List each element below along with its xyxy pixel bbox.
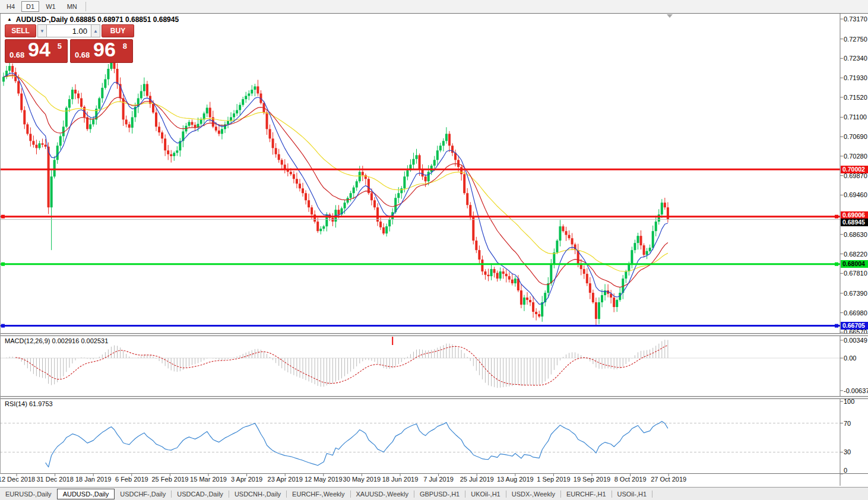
chart-shift-marker[interactable] [667, 14, 673, 18]
level-handle[interactable] [835, 324, 838, 328]
volume-input[interactable] [47, 24, 91, 37]
date-axis-label: 12 May 2019 [305, 476, 343, 483]
buy-price-box[interactable]: 0.68 96 8 [70, 39, 133, 63]
date-axis-label: 7 Jul 2019 [423, 476, 454, 483]
tab-divider [652, 490, 652, 498]
price-axis-tick: 0.68220 [844, 251, 867, 258]
date-axis-label: 12 Dec 2018 [0, 476, 35, 483]
price-axis-tick: 0.71930 [844, 74, 867, 81]
date-axis-label: 23 Apr 2019 [268, 476, 303, 483]
date-axis-label: 31 Dec 2018 [36, 476, 73, 483]
price-axis-tick: 0.72750 [844, 36, 867, 43]
level-handle[interactable] [1, 324, 5, 328]
price-axis-tick: 0.72340 [844, 55, 867, 62]
date-axis-label: 15 Mar 2019 [190, 476, 227, 483]
price-axis-tick: 0.68630 [844, 231, 867, 238]
one-click-trade-panel: SELL ▼ ▲ BUY 0.68 94 5 0.68 96 8 [5, 24, 135, 63]
macd-label: MACD(12,26,9) 0.002916 0.002531 [5, 337, 108, 344]
tab-usdchf-daily[interactable]: USDCHF-,Daily [115, 489, 171, 499]
price-axis-tick: 0.70690 [844, 133, 867, 140]
macd-axis-tick: 0.00349 [844, 337, 867, 344]
price-axis-tick: 0.71520 [844, 94, 867, 101]
symbol-period-label: AUDUSD-,Daily [16, 15, 68, 24]
macd-pane [0, 337, 840, 388]
date-axis-label: 25 Feb 2019 [152, 476, 189, 483]
timeframe-button-d1[interactable]: D1 [21, 1, 39, 12]
toolbar-separator [85, 2, 86, 11]
level-lines [0, 169, 840, 327]
level-handle[interactable] [1, 262, 5, 266]
pane-divider-macd-rsi[interactable] [0, 396, 868, 399]
price-level-badge-0.68945[interactable]: 0.68945 [841, 219, 868, 226]
tab-usdcad-daily[interactable]: USDCAD-,Daily [172, 489, 229, 499]
price-axis-tick: 0.70280 [844, 153, 867, 160]
buy-button[interactable]: BUY [102, 24, 134, 37]
price-axis-tick: 0.67390 [844, 290, 867, 297]
quote-open: 0.68885 [70, 15, 96, 24]
axis-ticks [17, 14, 843, 486]
price-axis-tick: 0.71100 [844, 113, 867, 121]
chart-title: ▲ AUDUSD-,Daily 0.68885 0.68971 0.68851 … [7, 15, 179, 24]
date-axis-label: 30 May 2019 [343, 476, 381, 483]
objects-arrow-icon: ▲ [7, 17, 12, 22]
timeframe-button-w1[interactable]: W1 [41, 1, 61, 12]
tab-eurusd-daily[interactable]: EURUSD-,Daily [0, 489, 57, 499]
volume-stepper: ▼ ▲ [37, 24, 100, 37]
time-axis-line [0, 473, 868, 474]
terminal-window: H4 D1 W1 MN ▲ AUDUSD-,Daily 0.68885 0.68… [0, 0, 868, 500]
tab-usdx-weekly[interactable]: USDX-,Weekly [506, 489, 560, 499]
rsi-axis-tick: 30 [844, 448, 851, 455]
chart-left-border [0, 14, 1, 474]
level-handle[interactable] [835, 215, 838, 219]
sell-price-prefix: 0.68 [9, 50, 24, 59]
tab-gbpusd-h1[interactable]: GBPUSD-,H1 [414, 489, 465, 499]
quote-high: 0.68971 [97, 15, 123, 24]
date-axis-label: 13 Aug 2019 [497, 476, 534, 483]
chart-canvas[interactable] [0, 0, 868, 500]
ma-fast [4, 73, 668, 304]
timeframe-toolbar: H4 D1 W1 MN [0, 0, 868, 14]
rsi-line [46, 421, 668, 467]
macd-histogram [4, 340, 668, 388]
quote-close: 0.68945 [153, 15, 179, 24]
level-handle[interactable] [1, 215, 5, 219]
macd-axis-tick: 0.00 [844, 355, 856, 362]
tab-audusd-daily[interactable]: AUDUSD-,Daily [57, 489, 115, 499]
rsi-axis-tick: 70 [844, 420, 851, 427]
volume-decrease-button[interactable]: ▼ [37, 24, 47, 37]
sell-price-pip: 5 [58, 42, 62, 50]
ma-medium [4, 75, 668, 287]
date-axis-label: 27 Oct 2019 [651, 476, 686, 483]
macd-axis-tick: -0.00637 [844, 387, 868, 394]
sell-button[interactable]: SELL [5, 24, 36, 37]
timeframe-button-mn[interactable]: MN [62, 1, 82, 12]
quote-low: 0.68851 [125, 15, 151, 24]
buy-price-big: 96 [93, 38, 116, 61]
tab-eurchf-weekly[interactable]: EURCHF-,Weekly [287, 489, 350, 499]
level-handle[interactable] [835, 262, 838, 266]
date-axis-label: 25 Jul 2019 [460, 476, 494, 483]
date-axis-label: 18 Jan 2019 [75, 476, 112, 483]
price-level-badge-0.66705[interactable]: 0.66705 [841, 322, 868, 330]
tab-xauusd-weekly[interactable]: XAUUSD-,Weekly [351, 489, 414, 499]
chart-tab-bar: EURUSD-,DailyAUDUSD-,DailyUSDCHF-,DailyU… [0, 487, 868, 500]
tab-usoil-h1[interactable]: USOil-,H1 [612, 489, 652, 499]
price-level-badge-0.68004[interactable]: 0.68004 [841, 260, 868, 268]
buy-price-prefix: 0.68 [75, 50, 90, 59]
sell-price-box[interactable]: 0.68 94 5 [5, 39, 68, 63]
date-axis-label: 19 Sep 2019 [574, 476, 610, 483]
pane-divider-price-macd[interactable] [0, 333, 868, 336]
tab-usdcnh-daily[interactable]: USDCNH-,Daily [229, 489, 286, 499]
price-axis-tick: 0.67810 [844, 270, 867, 277]
date-axis-label: 18 Jun 2019 [382, 476, 419, 483]
price-axis-tick: 0.66980 [844, 309, 867, 317]
volume-increase-button[interactable]: ▲ [91, 24, 100, 37]
tab-eurchf-h1[interactable]: EURCHF-,H1 [561, 489, 612, 499]
tab-ukoil-h1[interactable]: UKOil-,H1 [465, 489, 506, 499]
price-level-badge-0.70002[interactable]: 0.70002 [841, 166, 868, 173]
price-axis-tick: 0.69460 [844, 191, 867, 198]
rsi-label: RSI(14) 61.9753 [5, 400, 53, 407]
rsi-pane [0, 421, 840, 467]
timeframe-button-h4[interactable]: H4 [2, 1, 20, 12]
date-axis-label: 6 Feb 2019 [115, 476, 148, 483]
